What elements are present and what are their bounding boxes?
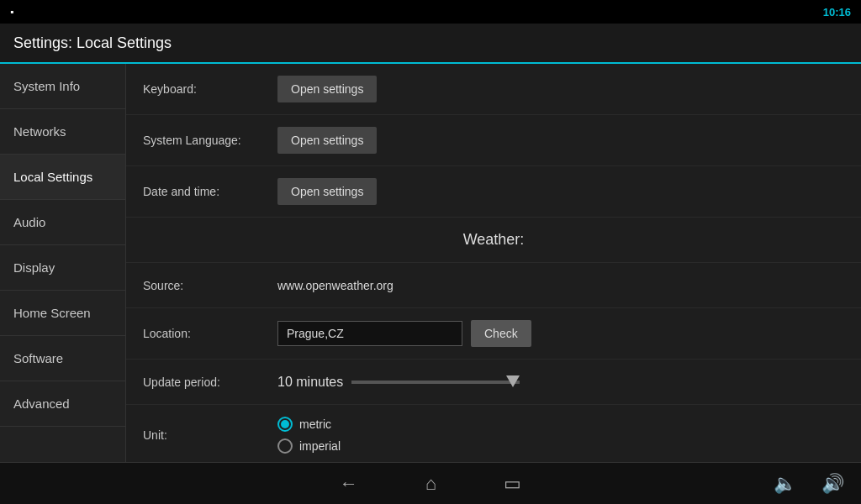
update-period-slider[interactable] — [351, 381, 520, 384]
keyboard-row: Keyboard: Open settings — [126, 64, 861, 115]
status-time: 10:16 — [823, 6, 851, 18]
keyboard-label: Keyboard: — [143, 82, 277, 96]
keyboard-open-settings-button[interactable]: Open settings — [277, 76, 377, 102]
sidebar-item-networks[interactable]: Networks — [0, 109, 125, 155]
metric-option[interactable]: metric — [277, 417, 341, 432]
date-time-label: Date and time: — [143, 185, 277, 198]
nav-right-icons: 🔈 🔊 — [774, 473, 844, 495]
imperial-option[interactable]: imperial — [277, 438, 341, 454]
sidebar: System Info Networks Local Settings Audi… — [0, 64, 126, 462]
nav-bar-inner: ← ⌂ ▭ 🔈 🔊 — [0, 473, 861, 495]
system-language-label: System Language: — [143, 134, 277, 147]
date-time-open-settings-button[interactable]: Open settings — [277, 178, 377, 205]
check-button[interactable]: Check — [471, 320, 531, 347]
volume-down-icon[interactable]: 🔈 — [774, 473, 796, 495]
unit-radio-group: metric imperial — [277, 417, 341, 454]
imperial-radio[interactable] — [277, 438, 293, 454]
nav-center-icons: ← ⌂ ▭ — [340, 473, 521, 495]
system-language-row: System Language: Open settings — [126, 115, 861, 166]
system-language-open-settings-button[interactable]: Open settings — [277, 127, 377, 154]
back-icon[interactable]: ← — [340, 473, 358, 495]
sidebar-item-local-settings[interactable]: Local Settings — [0, 155, 125, 200]
location-label: Location: — [143, 327, 277, 340]
location-input[interactable] — [277, 321, 462, 346]
update-period-slider-row: 10 minutes — [277, 375, 520, 390]
weather-section-header: Weather: — [126, 218, 861, 263]
imperial-label: imperial — [299, 439, 341, 453]
metric-radio[interactable] — [277, 417, 293, 432]
source-label: Source: — [143, 279, 277, 292]
status-bar: ▪ 10:16 — [0, 0, 861, 24]
update-period-label: Update period: — [143, 375, 277, 389]
recent-apps-icon[interactable]: ▭ — [504, 473, 521, 495]
sidebar-item-advanced[interactable]: Advanced — [0, 381, 125, 427]
main-layout: System Info Networks Local Settings Audi… — [0, 64, 861, 462]
content-area: Keyboard: Open settings System Language:… — [126, 64, 861, 462]
sidebar-item-software[interactable]: Software — [0, 336, 125, 381]
sidebar-item-display[interactable]: Display — [0, 245, 125, 291]
sidebar-item-home-screen[interactable]: Home Screen — [0, 291, 125, 336]
unit-label: Unit: — [143, 428, 277, 442]
slider-thumb — [506, 375, 520, 387]
source-value: www.openweather.org — [277, 279, 844, 292]
status-bar-left: ▪ — [10, 6, 13, 18]
nav-bar: ← ⌂ ▭ 🔈 🔊 — [0, 462, 861, 504]
metric-label: metric — [299, 417, 331, 431]
home-icon[interactable]: ⌂ — [425, 473, 436, 495]
update-period-row: Update period: 10 minutes — [126, 360, 861, 405]
battery-icon: ▪ — [10, 6, 13, 18]
page-title: Settings: Local Settings — [13, 34, 172, 52]
source-row: Source: www.openweather.org — [126, 263, 861, 308]
unit-row: Unit: metric imperial — [126, 405, 861, 462]
date-time-row: Date and time: Open settings — [126, 166, 861, 218]
sidebar-item-audio[interactable]: Audio — [0, 200, 125, 245]
volume-up-icon[interactable]: 🔊 — [821, 473, 844, 495]
title-bar: Settings: Local Settings — [0, 24, 861, 64]
update-period-value: 10 minutes — [277, 375, 343, 390]
location-row: Location: Check — [126, 308, 861, 360]
sidebar-item-system-info[interactable]: System Info — [0, 64, 125, 109]
